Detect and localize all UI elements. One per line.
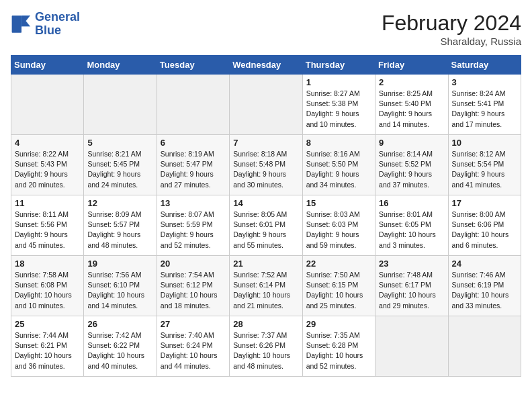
calendar-cell: 11Sunrise: 8:11 AMSunset: 5:56 PMDayligh…	[11, 195, 84, 256]
day-number: 21	[233, 259, 298, 269]
calendar-week-row: 25Sunrise: 7:44 AMSunset: 6:21 PMDayligh…	[11, 316, 521, 377]
day-info: Sunrise: 8:05 AMSunset: 6:01 PMDaylight:…	[233, 210, 298, 250]
logo: General Blue	[11, 11, 80, 38]
day-number: 10	[452, 138, 517, 148]
calendar-cell: 3Sunrise: 8:24 AMSunset: 5:41 PMDaylight…	[448, 75, 521, 135]
day-number: 19	[87, 259, 152, 269]
weekday-header-saturday: Saturday	[448, 56, 521, 75]
calendar-cell: 15Sunrise: 8:03 AMSunset: 6:03 PMDayligh…	[302, 195, 375, 256]
day-info: Sunrise: 8:12 AMSunset: 5:54 PMDaylight:…	[452, 149, 517, 190]
calendar-cell	[157, 75, 229, 135]
calendar-cell: 12Sunrise: 8:09 AMSunset: 5:57 PMDayligh…	[84, 195, 157, 256]
day-number: 3	[452, 77, 517, 87]
day-number: 6	[161, 138, 226, 148]
logo-icon	[11, 13, 32, 35]
title-block: February 2024 Sharalday, Russia	[382, 11, 521, 47]
day-number: 11	[15, 198, 80, 208]
day-number: 23	[379, 259, 444, 269]
calendar-cell: 29Sunrise: 7:35 AMSunset: 6:28 PMDayligh…	[302, 316, 375, 377]
page-header: General Blue February 2024 Sharalday, Ru…	[11, 11, 521, 47]
weekday-header-row: SundayMondayTuesdayWednesdayThursdayFrid…	[11, 56, 521, 75]
calendar-cell: 10Sunrise: 8:12 AMSunset: 5:54 PMDayligh…	[448, 135, 521, 195]
day-number: 4	[15, 138, 80, 148]
calendar-week-row: 18Sunrise: 7:58 AMSunset: 6:08 PMDayligh…	[11, 256, 521, 316]
calendar-cell	[448, 316, 521, 377]
logo-text-line2: Blue	[35, 24, 80, 38]
day-number: 20	[161, 259, 226, 269]
day-info: Sunrise: 7:48 AMSunset: 6:17 PMDaylight:…	[379, 270, 444, 311]
day-info: Sunrise: 8:22 AMSunset: 5:43 PMDaylight:…	[15, 149, 80, 190]
calendar-cell: 19Sunrise: 7:56 AMSunset: 6:10 PMDayligh…	[84, 256, 157, 316]
calendar-cell: 21Sunrise: 7:52 AMSunset: 6:14 PMDayligh…	[230, 256, 302, 316]
calendar-cell: 20Sunrise: 7:54 AMSunset: 6:12 PMDayligh…	[157, 256, 229, 316]
calendar-cell: 13Sunrise: 8:07 AMSunset: 5:59 PMDayligh…	[157, 195, 229, 256]
day-number: 2	[379, 77, 444, 87]
day-number: 25	[15, 319, 80, 329]
calendar-week-row: 11Sunrise: 8:11 AMSunset: 5:56 PMDayligh…	[11, 195, 521, 256]
day-info: Sunrise: 8:07 AMSunset: 5:59 PMDaylight:…	[161, 210, 226, 250]
day-info: Sunrise: 8:01 AMSunset: 6:05 PMDaylight:…	[379, 210, 444, 250]
calendar-cell: 25Sunrise: 7:44 AMSunset: 6:21 PMDayligh…	[11, 316, 84, 377]
day-number: 9	[379, 138, 444, 148]
day-number: 5	[87, 138, 152, 148]
weekday-header-monday: Monday	[84, 56, 157, 75]
day-number: 24	[452, 259, 517, 269]
day-info: Sunrise: 8:21 AMSunset: 5:45 PMDaylight:…	[87, 149, 152, 190]
day-number: 22	[306, 259, 371, 269]
day-number: 15	[306, 198, 371, 208]
svg-rect-0	[12, 15, 21, 33]
calendar-cell: 8Sunrise: 8:16 AMSunset: 5:50 PMDaylight…	[302, 135, 375, 195]
day-number: 7	[233, 138, 298, 148]
calendar-cell	[375, 316, 448, 377]
calendar-cell: 6Sunrise: 8:19 AMSunset: 5:47 PMDaylight…	[157, 135, 229, 195]
calendar-cell: 18Sunrise: 7:58 AMSunset: 6:08 PMDayligh…	[11, 256, 84, 316]
day-number: 29	[306, 319, 371, 329]
day-info: Sunrise: 7:37 AMSunset: 6:26 PMDaylight:…	[233, 330, 298, 371]
calendar-cell: 7Sunrise: 8:18 AMSunset: 5:48 PMDaylight…	[230, 135, 302, 195]
calendar-cell: 24Sunrise: 7:46 AMSunset: 6:19 PMDayligh…	[448, 256, 521, 316]
calendar-cell: 23Sunrise: 7:48 AMSunset: 6:17 PMDayligh…	[375, 256, 448, 316]
day-info: Sunrise: 7:35 AMSunset: 6:28 PMDaylight:…	[306, 330, 371, 371]
day-info: Sunrise: 8:11 AMSunset: 5:56 PMDaylight:…	[15, 210, 80, 250]
day-info: Sunrise: 7:50 AMSunset: 6:15 PMDaylight:…	[306, 270, 371, 311]
month-year-title: February 2024	[382, 11, 521, 36]
day-info: Sunrise: 8:14 AMSunset: 5:52 PMDaylight:…	[379, 149, 444, 190]
weekday-header-wednesday: Wednesday	[230, 56, 302, 75]
calendar-cell: 4Sunrise: 8:22 AMSunset: 5:43 PMDaylight…	[11, 135, 84, 195]
calendar-week-row: 4Sunrise: 8:22 AMSunset: 5:43 PMDaylight…	[11, 135, 521, 195]
day-number: 26	[87, 319, 152, 329]
weekday-header-sunday: Sunday	[11, 56, 84, 75]
day-info: Sunrise: 8:27 AMSunset: 5:38 PMDaylight:…	[306, 89, 371, 130]
calendar-table: SundayMondayTuesdayWednesdayThursdayFrid…	[11, 55, 521, 377]
day-number: 28	[233, 319, 298, 329]
day-info: Sunrise: 8:09 AMSunset: 5:57 PMDaylight:…	[87, 210, 152, 250]
calendar-cell: 22Sunrise: 7:50 AMSunset: 6:15 PMDayligh…	[302, 256, 375, 316]
day-info: Sunrise: 8:19 AMSunset: 5:47 PMDaylight:…	[161, 149, 226, 190]
day-info: Sunrise: 8:25 AMSunset: 5:40 PMDaylight:…	[379, 89, 444, 130]
calendar-cell: 26Sunrise: 7:42 AMSunset: 6:22 PMDayligh…	[84, 316, 157, 377]
calendar-cell: 9Sunrise: 8:14 AMSunset: 5:52 PMDaylight…	[375, 135, 448, 195]
calendar-cell: 17Sunrise: 8:00 AMSunset: 6:06 PMDayligh…	[448, 195, 521, 256]
day-info: Sunrise: 7:46 AMSunset: 6:19 PMDaylight:…	[452, 270, 517, 311]
calendar-cell: 14Sunrise: 8:05 AMSunset: 6:01 PMDayligh…	[230, 195, 302, 256]
day-info: Sunrise: 8:00 AMSunset: 6:06 PMDaylight:…	[452, 210, 517, 250]
calendar-week-row: 1Sunrise: 8:27 AMSunset: 5:38 PMDaylight…	[11, 75, 521, 135]
day-info: Sunrise: 7:42 AMSunset: 6:22 PMDaylight:…	[87, 330, 152, 371]
calendar-cell: 5Sunrise: 8:21 AMSunset: 5:45 PMDaylight…	[84, 135, 157, 195]
day-number: 8	[306, 138, 371, 148]
day-info: Sunrise: 8:18 AMSunset: 5:48 PMDaylight:…	[233, 149, 298, 190]
day-info: Sunrise: 7:56 AMSunset: 6:10 PMDaylight:…	[87, 270, 152, 311]
day-number: 17	[452, 198, 517, 208]
weekday-header-thursday: Thursday	[302, 56, 375, 75]
day-number: 14	[233, 198, 298, 208]
calendar-cell: 1Sunrise: 8:27 AMSunset: 5:38 PMDaylight…	[302, 75, 375, 135]
day-number: 1	[306, 77, 371, 87]
day-number: 12	[87, 198, 152, 208]
logo-text-line1: General	[35, 11, 80, 24]
location-subtitle: Sharalday, Russia	[382, 36, 521, 47]
day-info: Sunrise: 7:54 AMSunset: 6:12 PMDaylight:…	[161, 270, 226, 311]
calendar-cell: 16Sunrise: 8:01 AMSunset: 6:05 PMDayligh…	[375, 195, 448, 256]
weekday-header-friday: Friday	[375, 56, 448, 75]
day-number: 13	[161, 198, 226, 208]
calendar-cell	[84, 75, 157, 135]
